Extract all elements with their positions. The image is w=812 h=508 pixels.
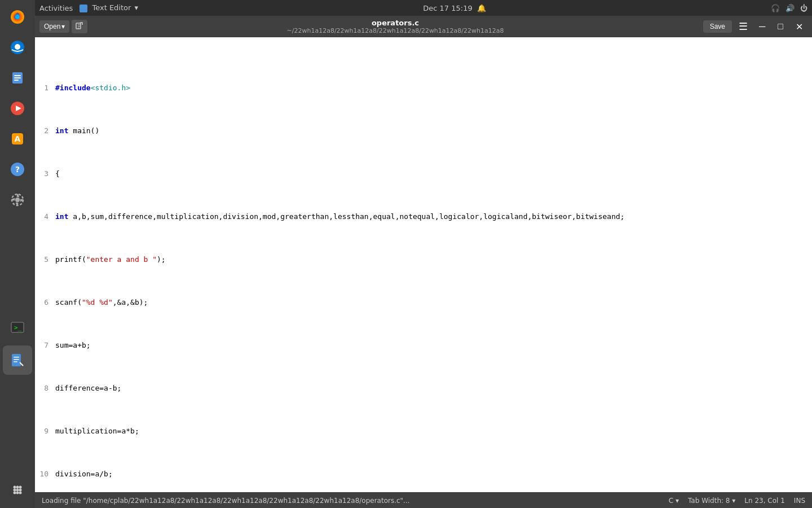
loading-status: Loading file "/home/cplab/22wh1a12a8/22w… — [42, 497, 410, 505]
sidebar-item-rhythmbox[interactable] — [3, 94, 32, 123]
datetime-label: Dec 17 15:19 — [423, 4, 472, 12]
window-titlebar: Open ▾ operators.c ~/22wh1a12a8/22wh1a12… — [35, 16, 812, 37]
cursor-position: Ln 23, Col 1 — [744, 497, 785, 505]
hamburger-menu-button[interactable]: ☰ — [735, 19, 751, 34]
dropdown-arrow[interactable]: ▾ — [135, 3, 139, 12]
topbar-center: Dec 17 15:19 🔔 — [423, 4, 486, 12]
window-filename: operators.c — [87, 19, 703, 27]
sidebar: A ? >_ — [0, 0, 35, 508]
svg-rect-19 — [12, 354, 21, 366]
svg-point-31 — [19, 492, 22, 494]
language-dropdown-arrow[interactable]: ▾ — [676, 497, 679, 505]
svg-point-25 — [19, 486, 22, 489]
svg-text:?: ? — [15, 165, 20, 174]
svg-point-23 — [14, 486, 16, 489]
svg-rect-21 — [14, 359, 19, 360]
sidebar-item-help[interactable]: ? — [3, 155, 32, 184]
systray-volume[interactable]: 🔊 — [785, 4, 795, 12]
maximize-button[interactable]: □ — [773, 20, 788, 33]
app-name-label: Text Editor ▾ — [80, 3, 138, 12]
systray-power[interactable]: ⏻ — [800, 4, 807, 12]
sidebar-item-thunderbird[interactable] — [3, 33, 32, 62]
svg-point-29 — [14, 492, 16, 494]
code-line-4: 4 int a,b,sum,difference,multiplication,… — [35, 211, 812, 222]
sidebar-item-files[interactable] — [3, 63, 32, 93]
sidebar-item-texteditor[interactable] — [3, 345, 32, 375]
svg-text:A: A — [15, 134, 21, 143]
titlebar-left: Open ▾ — [39, 20, 87, 33]
language-selector[interactable]: C ▾ — [669, 497, 679, 505]
topbar-right: 🎧 🔊 ⏻ — [771, 4, 807, 12]
status-bar: Loading file "/home/cplab/22wh1a12a8/22w… — [35, 492, 812, 508]
sidebar-item-firefox[interactable] — [3, 2, 32, 32]
main-area: Activities Text Editor ▾ Dec 17 15:19 🔔 … — [35, 0, 812, 508]
code-line-10: 10 division=a/b; — [35, 468, 812, 479]
tab-width-dropdown-arrow[interactable]: ▾ — [732, 497, 735, 505]
svg-point-2 — [15, 15, 20, 19]
svg-rect-8 — [14, 80, 19, 81]
svg-rect-7 — [14, 77, 21, 78]
close-button[interactable]: ✕ — [791, 20, 807, 33]
svg-point-4 — [15, 44, 20, 50]
svg-text:>_: >_ — [14, 324, 22, 331]
editor-container: 1 #include<stdio.h> 2 int main() 3 { 4 i… — [35, 37, 812, 492]
bell-icon[interactable]: 🔔 — [477, 4, 486, 12]
sidebar-item-appgrid[interactable] — [3, 475, 32, 505]
topbar-left: Activities Text Editor ▾ — [39, 3, 138, 12]
svg-rect-22 — [14, 361, 17, 362]
open-button[interactable]: Open ▾ — [39, 20, 69, 33]
code-line-5: 5 printf("enter a and b "); — [35, 254, 812, 265]
svg-point-15 — [15, 198, 20, 202]
sidebar-item-appstore[interactable]: A — [3, 124, 32, 154]
sidebar-item-settings[interactable] — [3, 185, 32, 214]
svg-rect-6 — [14, 75, 21, 76]
svg-point-27 — [16, 489, 19, 492]
statusbar-right: C ▾ Tab Width: 8 ▾ Ln 23, Col 1 INS — [669, 497, 805, 505]
code-line-1: 1 #include<stdio.h> — [35, 82, 812, 93]
titlebar-right: Save ☰ ─ □ ✕ — [703, 19, 807, 34]
svg-point-24 — [16, 486, 19, 489]
systray-headphones[interactable]: 🎧 — [771, 4, 780, 12]
open-dropdown-arrow[interactable]: ▾ — [61, 23, 65, 30]
activities-label[interactable]: Activities — [39, 4, 73, 12]
tab-width-selector[interactable]: Tab Width: 8 ▾ — [688, 497, 735, 505]
svg-point-28 — [19, 489, 22, 492]
code-line-2: 2 int main() — [35, 125, 812, 136]
svg-point-26 — [14, 489, 16, 492]
ins-indicator: INS — [794, 497, 805, 505]
svg-point-30 — [16, 492, 19, 494]
recent-files-button[interactable] — [72, 20, 87, 33]
code-editor[interactable]: 1 #include<stdio.h> 2 int main() 3 { 4 i… — [35, 37, 812, 492]
window-filepath: ~/22wh1a12a8/22wh1a12a8/22wh1a12a8/22wh1… — [87, 27, 703, 34]
code-line-7: 7 sum=a+b; — [35, 340, 812, 351]
minimize-button[interactable]: ─ — [754, 20, 770, 33]
code-line-3: 3 { — [35, 168, 812, 179]
code-line-6: 6 scanf("%d %d",&a,&b); — [35, 297, 812, 308]
code-line-9: 9 multiplication=a*b; — [35, 426, 812, 436]
sidebar-item-terminal[interactable]: >_ — [3, 313, 32, 342]
save-button[interactable]: Save — [703, 20, 732, 33]
system-topbar: Activities Text Editor ▾ Dec 17 15:19 🔔 … — [35, 0, 812, 16]
titlebar-center: operators.c ~/22wh1a12a8/22wh1a12a8/22wh… — [87, 19, 703, 34]
code-line-8: 8 difference=a-b; — [35, 383, 812, 393]
svg-rect-20 — [14, 357, 19, 358]
